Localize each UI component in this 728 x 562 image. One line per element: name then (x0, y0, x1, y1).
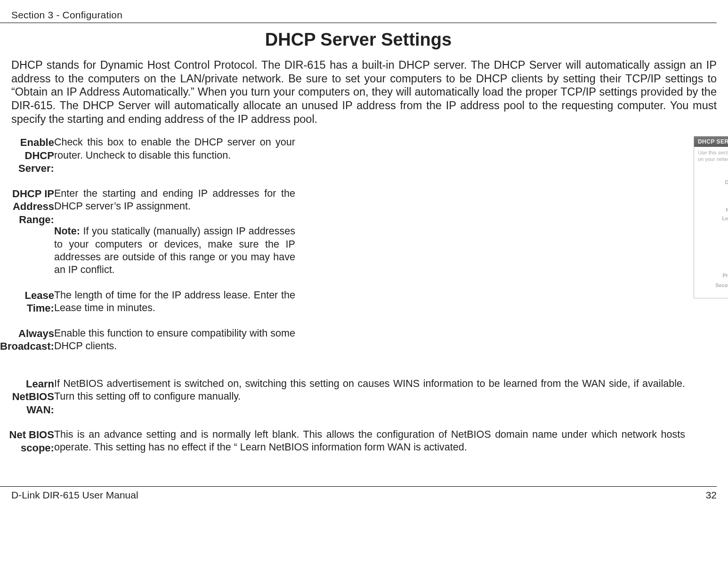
label-netbios-node-type: NetBIOS node type : (698, 233, 728, 240)
label-enable-dhcp: Enable DHCP Server : (698, 170, 728, 177)
term-ip-range: DHCP IP Address Range: (0, 187, 54, 277)
definition-list: Enable DHCP Server: Check this box to en… (0, 136, 685, 454)
label-primary-wins: Primary WINS IP Address : (698, 272, 728, 278)
label-lease-time: DHCP Lease Time : (698, 188, 728, 195)
desc-learn-netbios-wan: If NetBIOS advertisement is switched on,… (54, 377, 685, 403)
dhcp-settings-panel: DHCP SERVER SETTINGS Use this section to… (694, 136, 728, 298)
desc-lease-time: The length of time for the IP address le… (54, 289, 295, 315)
term-always-broadcast: Always Broadcast: (0, 327, 54, 353)
page-title: DHCP Server Settings (0, 30, 717, 50)
dhcp-form: Enable DHCP Server : DHCP IP Address Ran… (694, 167, 728, 298)
desc-netbios-scope: This is an advance setting and is normal… (54, 428, 685, 454)
footer-page-number: 32 (706, 490, 717, 501)
term-enable-dhcp: Enable DHCP Server: (0, 136, 54, 175)
term-learn-netbios-wan: Learn NetBIOS WAN: (0, 377, 54, 417)
intro-paragraph: DHCP stands for Dynamic Host Control Pro… (0, 58, 717, 126)
section-header: Section 3 - Configuration (0, 9, 717, 23)
term-lease-time: Lease Time: (0, 289, 54, 315)
desc-always-broadcast: Enable this function to ensure compatibi… (54, 327, 295, 353)
desc-ip-range: Enter the starting and ending IP address… (54, 187, 295, 213)
desc-enable-dhcp: Check this box to enable the DHCP server… (54, 136, 295, 162)
panel-header: DHCP SERVER SETTINGS (694, 136, 728, 147)
label-always-broadcast: Always Broadcast : (698, 198, 728, 205)
footer-manual-name: D-Link DIR-615 User Manual (11, 490, 138, 501)
label-secondary-wins: Secondary WINS IP Address : (698, 281, 728, 288)
label-netbios-announcement: NetBIOS announcement : (698, 206, 728, 213)
term-netbios-scope: Net BIOS scope: (0, 428, 54, 454)
label-ip-range: DHCP IP Address Range : (698, 178, 728, 185)
label-netbios-scope: NetBIOS Scope : (698, 223, 728, 230)
panel-description: Use this section to configure the built-… (694, 147, 728, 167)
label-learn-netbios-wan: Learn NetBIOS from WAN : (698, 215, 728, 221)
desc-ip-range-note: Note: If you statically (manually) assig… (54, 225, 295, 276)
